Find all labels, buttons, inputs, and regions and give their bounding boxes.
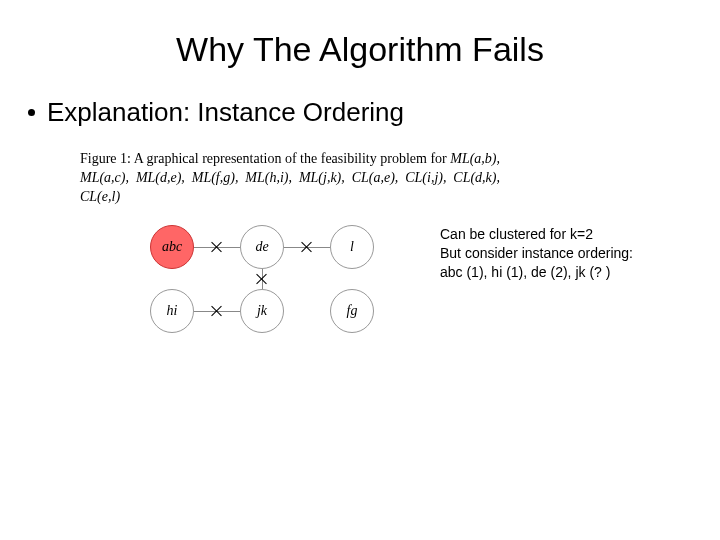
x-icon bbox=[211, 241, 223, 253]
bullet-dot-icon bbox=[28, 109, 35, 116]
node-label: fg bbox=[347, 303, 358, 319]
node-hi: hi bbox=[150, 289, 194, 333]
slide-title: Why The Algorithm Fails bbox=[30, 30, 690, 69]
bullet-text: Explanation: Instance Ordering bbox=[47, 97, 404, 128]
annotation-line-3: abc (1), hi (1), de (2), jk (? ) bbox=[440, 263, 633, 282]
node-label: jk bbox=[257, 303, 267, 319]
node-abc: abc bbox=[150, 225, 194, 269]
node-label: l bbox=[350, 239, 354, 255]
figure-caption: Figure 1: A graphical representation of … bbox=[80, 150, 500, 207]
annotation-line-1: Can be clustered for k=2 bbox=[440, 225, 633, 244]
slide: Why The Algorithm Fails Explanation: Ins… bbox=[0, 0, 720, 540]
node-de: de bbox=[240, 225, 284, 269]
node-l: l bbox=[330, 225, 374, 269]
node-label: abc bbox=[162, 239, 182, 255]
annotation-box: Can be clustered for k=2 But consider in… bbox=[440, 225, 633, 282]
x-icon bbox=[211, 305, 223, 317]
node-fg: fg bbox=[330, 289, 374, 333]
node-label: de bbox=[255, 239, 268, 255]
x-icon bbox=[301, 241, 313, 253]
node-jk: jk bbox=[240, 289, 284, 333]
figure-caption-lead: Figure 1: bbox=[80, 151, 134, 166]
x-icon bbox=[256, 273, 268, 285]
node-label: hi bbox=[167, 303, 178, 319]
figure-caption-body: A graphical representation of the feasib… bbox=[134, 151, 451, 166]
annotation-line-2: But consider instance ordering: bbox=[440, 244, 633, 263]
bullet-item: Explanation: Instance Ordering bbox=[30, 97, 690, 128]
